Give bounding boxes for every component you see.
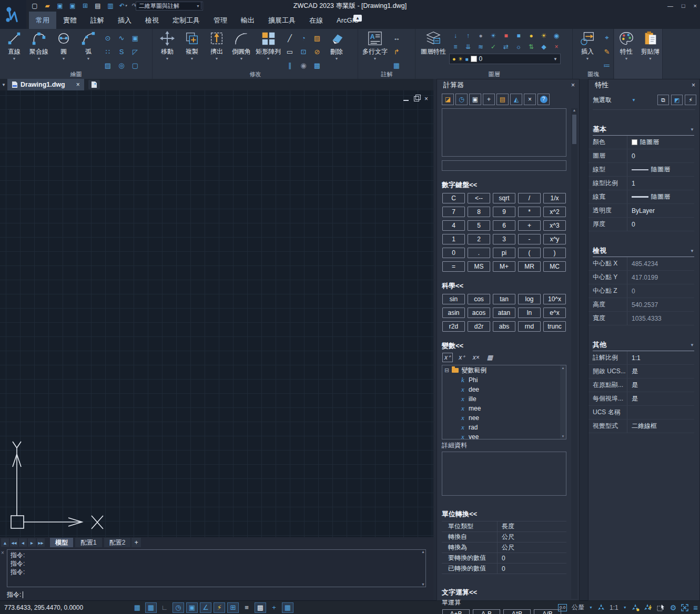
calc-key[interactable]: sqrt <box>493 193 515 203</box>
calc-key[interactable]: 6 <box>493 220 515 231</box>
variable-row[interactable]: xmee <box>442 404 566 413</box>
extrude-button[interactable]: 擠出▼ <box>205 30 229 61</box>
ribbon-tab[interactable]: 輸出 <box>234 12 261 29</box>
layer-off-icon[interactable]: ● <box>474 30 487 41</box>
calc-key[interactable]: 1 <box>442 234 465 244</box>
circle-button[interactable]: 圓▼ <box>52 30 76 61</box>
calc-key[interactable]: pi <box>493 248 515 258</box>
section-variables[interactable]: 變數<< <box>437 341 579 351</box>
layer-unisolate-icon[interactable]: ☼ <box>512 41 525 52</box>
calc-key[interactable]: = <box>442 261 465 272</box>
calc-sci-key[interactable]: e^x <box>543 308 566 318</box>
text-op-button[interactable]: A+B <box>442 609 470 614</box>
clipboard-button[interactable]: 剪貼簿▼ <box>638 30 663 61</box>
calc-sci-key[interactable]: tan <box>493 294 515 304</box>
chevron-down-icon[interactable]: ▼ <box>632 98 636 103</box>
ribbon-tab[interactable]: 插入 <box>111 12 138 29</box>
save-all-icon[interactable]: ⊞▾ <box>80 1 90 11</box>
calc-key[interactable]: C <box>442 193 465 203</box>
paste-to-cmdline-icon[interactable]: ▣ <box>469 94 481 105</box>
help-icon[interactable]: ? <box>537 94 550 105</box>
revision-cloud-icon[interactable]: S <box>115 45 128 58</box>
layer-isolate-icon[interactable]: ⇄ <box>500 41 512 52</box>
layer-properties-button[interactable]: 圖層特性 <box>418 30 449 57</box>
variables-root-row[interactable]: ⊟ 變數範例 <box>442 365 566 375</box>
edit-variable-icon[interactable]: x⁺ <box>457 353 466 362</box>
ribbon-collapse-icon[interactable]: ▲ <box>353 15 362 22</box>
variables-tree[interactable]: ⊟ 變數範例 kPhi xdee xille xmee xnee xrad xv… <box>442 365 566 439</box>
last-layout-icon[interactable]: ▸▸ <box>37 538 45 547</box>
calc-key[interactable]: - <box>518 234 541 244</box>
lineweight-icon[interactable]: ≡ <box>241 602 252 613</box>
text-op-button[interactable]: A/B <box>534 609 561 614</box>
ribbon-tab[interactable]: 註解 <box>84 12 111 29</box>
chevron-down-icon[interactable]: ▼ <box>623 606 627 609</box>
calc-key[interactable]: x^y <box>543 234 566 244</box>
dyn-input-icon[interactable]: ⊞ <box>227 602 239 613</box>
drawing-canvas[interactable]: × <box>0 90 433 537</box>
osnap-icon[interactable]: ▣ <box>186 602 198 613</box>
clear-history-icon[interactable]: ◪ <box>442 94 454 105</box>
calc-key[interactable]: / <box>518 193 541 203</box>
section-units[interactable]: 單位轉換<< <box>437 509 579 519</box>
angle-icon[interactable]: ◭ <box>510 94 522 105</box>
calc-sci-key[interactable]: cos <box>468 294 490 304</box>
layer-dropdown[interactable]: ● ☀ ■ 0 ▼ <box>449 54 561 64</box>
selection-dropdown[interactable]: 無選取 <box>593 96 612 105</box>
gear-icon[interactable]: ⚙ <box>670 603 677 612</box>
annotation-visibility-icon[interactable] <box>632 604 640 611</box>
history-icon[interactable]: ◷ <box>455 94 468 105</box>
layer-lock-icon[interactable]: ■ <box>500 30 512 41</box>
layer-match-icon[interactable]: ✓ <box>487 41 500 52</box>
command-history[interactable]: 指令:指令:指令: <box>7 549 426 587</box>
annotation-scale-icon[interactable] <box>597 604 605 611</box>
calc-key[interactable]: x^3 <box>543 220 566 231</box>
calc-key[interactable]: 5 <box>468 220 490 231</box>
document-tab[interactable]: Drawing1.dwg × <box>7 79 84 90</box>
clear-icon[interactable]: × <box>524 94 536 105</box>
layer-on-icon[interactable]: ● <box>525 30 537 41</box>
command-input[interactable]: 指令: <box>7 590 426 599</box>
move-button[interactable]: 移動▼ <box>155 30 179 61</box>
app-logo[interactable] <box>0 0 26 29</box>
unit-conversion-row[interactable]: 要轉換的數值0 <box>442 553 566 564</box>
add-layout-icon[interactable]: + <box>131 538 141 547</box>
collapse-icon[interactable]: ⊟ <box>444 367 449 374</box>
auto-scale-icon[interactable] <box>644 604 652 611</box>
calc-key[interactable]: 9 <box>493 207 515 217</box>
ellipse-icon[interactable]: ⊙ <box>101 31 115 45</box>
calc-sci-key[interactable]: r2d <box>442 321 465 332</box>
variable-row[interactable]: xnee <box>442 413 566 423</box>
command-scrollbar[interactable]: ▲▼ <box>420 550 426 586</box>
calc-sci-key[interactable]: rnd <box>518 321 541 332</box>
calc-key[interactable]: MC <box>543 261 566 272</box>
calculator-history-box[interactable] <box>442 108 566 157</box>
calc-key[interactable]: <-- <box>468 193 490 203</box>
new-file-icon[interactable]: ▢▾ <box>29 1 40 11</box>
close-icon[interactable]: × <box>76 81 80 88</box>
quick-properties-icon[interactable]: + <box>268 602 280 613</box>
polar-icon[interactable]: ◷ <box>173 602 184 613</box>
section-text-ops[interactable]: 文字運算<< <box>437 588 579 597</box>
create-block-icon[interactable]: ⌖ <box>600 31 614 45</box>
break-icon[interactable]: ⊘ <box>310 45 324 58</box>
doc-close-icon[interactable]: × <box>424 95 428 103</box>
quick-select-icon[interactable]: ⧉ <box>657 95 669 105</box>
polyline-button[interactable]: 聚合線▼ <box>27 30 51 61</box>
align-icon[interactable]: ⊡ <box>297 45 310 58</box>
ribbon-tab[interactable]: 定制工具 <box>166 12 207 29</box>
maximize-button[interactable]: □ <box>682 3 685 9</box>
new-variable-icon[interactable]: x⁺ <box>442 353 453 362</box>
layer-thaw-icon[interactable]: ☀ <box>487 30 500 41</box>
distance-icon[interactable]: ▤ <box>496 94 509 105</box>
calc-key[interactable]: MR <box>518 261 541 272</box>
line-button[interactable]: 直線▼ <box>2 30 26 61</box>
rectangle-icon[interactable]: ▣ <box>128 31 142 45</box>
calc-key[interactable]: 7 <box>442 207 465 217</box>
next-layout-icon[interactable]: ▸ <box>28 538 36 547</box>
calc-key[interactable]: M+ <box>493 261 515 272</box>
calc-key[interactable]: 0 <box>442 248 465 258</box>
print-icon[interactable]: ▤▾ <box>93 1 103 11</box>
layout-menu-icon[interactable]: ▴ <box>1 538 9 547</box>
layer-down-icon[interactable]: ↓ <box>449 30 462 41</box>
